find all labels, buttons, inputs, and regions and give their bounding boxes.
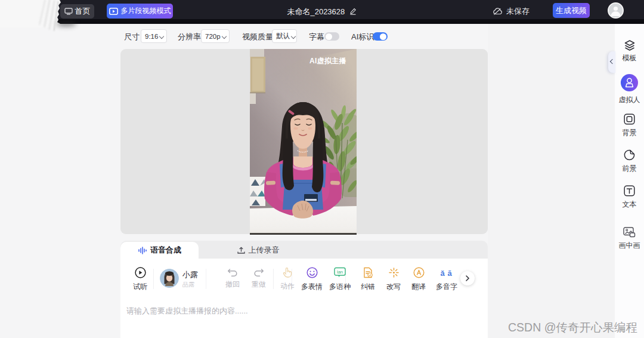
- svg-text:lan: lan: [337, 269, 343, 275]
- svg-text:ǎ: ǎ: [440, 269, 445, 278]
- svg-text:ā: ā: [447, 269, 452, 278]
